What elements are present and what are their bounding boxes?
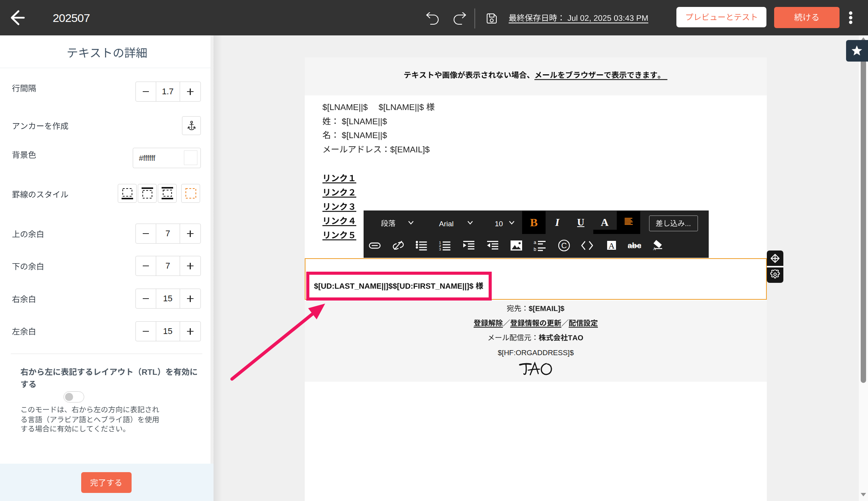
svg-text:a: a	[534, 240, 536, 245]
svg-text:abc: abc	[628, 241, 641, 250]
svg-text:b: b	[534, 247, 536, 252]
svg-text:A: A	[653, 246, 656, 251]
svg-text:C: C	[561, 241, 567, 250]
svg-text:3: 3	[439, 247, 441, 251]
svg-text:A: A	[609, 241, 615, 250]
